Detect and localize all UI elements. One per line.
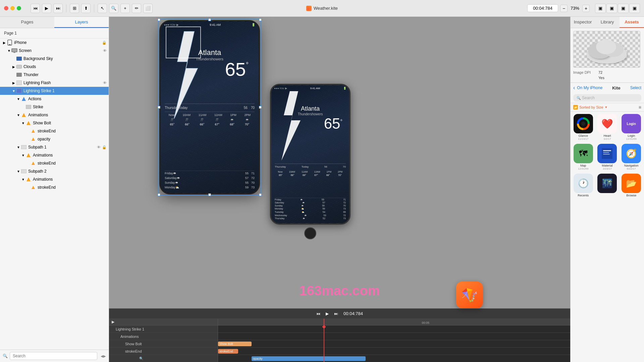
asset-map[interactable]: 🗺 Map 12/31/69 (572, 143, 595, 171)
layer-stroke-end-2[interactable]: strokeEnd (0, 159, 109, 167)
layer-actions[interactable]: ▼ Actions (0, 95, 109, 103)
layer-stroke-end-1[interactable]: strokeEnd (0, 127, 109, 135)
tab-library[interactable]: Library (595, 17, 620, 28)
layer-subpath-2[interactable]: ▼ Subpath 2 (0, 167, 109, 175)
tab-assets[interactable]: Assets (620, 17, 644, 28)
layer-toggle-animations-1[interactable]: ▼ (16, 113, 21, 117)
playhead[interactable] (324, 319, 324, 362)
select-tool[interactable]: ↖ (98, 4, 107, 13)
tab-inspector[interactable]: Inspector (571, 17, 595, 28)
layer-toggle-subpath-2[interactable]: ▼ (16, 169, 21, 174)
eye-icon-screen[interactable]: 👁 (103, 49, 107, 53)
svg-marker-19 (26, 177, 31, 181)
maximize-button[interactable] (17, 6, 21, 10)
canvas-area[interactable]: ●●● Kite ▶ 9:41 AM 🔋 Atlanta Thundershow… (109, 17, 570, 318)
layer-strike[interactable]: Strike (0, 103, 109, 111)
asset-thumb-glance (574, 114, 593, 133)
asset-material[interactable]: Material 2/23/17 (596, 143, 619, 171)
layer-clouds[interactable]: ▶ Clouds (0, 63, 109, 71)
asset-name-login: Login (628, 134, 635, 137)
play-button[interactable]: ▶ (42, 4, 51, 13)
layer-iphone[interactable]: ▶ iPhone 🔒 (0, 39, 109, 47)
rewind-button[interactable]: ⏮ (31, 4, 40, 13)
layer-label-clouds: Clouds (23, 64, 107, 69)
panel-left-button[interactable]: ▣ (595, 4, 606, 13)
layer-icon-iphone (7, 40, 13, 46)
inspector-fields: Image DPI 72 Yes (573, 70, 641, 80)
asset-navigation[interactable]: 🧭 Navigation 6/22/17 (620, 143, 643, 171)
layer-toggle-screen[interactable]: ▼ (7, 48, 11, 53)
asset-browse[interactable]: 📂 Browse (620, 173, 643, 198)
layer-search-input[interactable] (10, 352, 97, 360)
transport-play[interactable]: ▶ (326, 311, 329, 316)
layer-toggle-lightning-flash[interactable]: ▶ (11, 80, 16, 85)
asset-thumb-browse: 📂 (622, 174, 641, 193)
layer-label-animations-2: Animations (33, 153, 107, 158)
list-view-button[interactable]: ≡ (639, 105, 641, 110)
close-button[interactable] (4, 6, 8, 10)
tab-pages[interactable]: Pages (0, 17, 54, 28)
sort-button[interactable]: 📁 Sorted by Size ▼ (573, 105, 607, 110)
zoom-out-button[interactable]: − (560, 5, 568, 12)
panel-center-button[interactable]: ▣ (606, 4, 617, 13)
minimize-button[interactable] (10, 6, 15, 10)
layer-toggle-iphone[interactable]: ▶ (2, 40, 7, 45)
layer-toggle-animations-3[interactable]: ▼ (21, 177, 25, 182)
asset-login[interactable]: Login Login 12/31/69 (620, 113, 643, 141)
layer-background-sky[interactable]: Background Sky (0, 55, 109, 63)
asset-thumb-recents: 🕐 (574, 174, 593, 193)
layer-icon-opacity (30, 136, 36, 142)
layer-screen[interactable]: ▼ Screen 👁 (0, 47, 109, 55)
heart-emoji: ❤️ (601, 118, 613, 129)
track-bar-stroke-end[interactable]: strokeEnd (218, 349, 238, 354)
layer-toggle-clouds[interactable]: ▶ (11, 64, 16, 69)
layer-show-bolt[interactable]: ▼ Show Bolt (0, 119, 109, 127)
layer-icon-clouds (16, 64, 22, 70)
layer-toggle-subpath-1[interactable]: ▼ (16, 145, 21, 149)
track-bar-opacity[interactable]: opacity (252, 356, 366, 361)
asset-recents[interactable]: 🕐 Recents (572, 173, 595, 198)
layer-label-stroke-end-3: strokeEnd (38, 185, 107, 190)
dark-emoji: 🌃 (602, 178, 612, 189)
select-button[interactable]: Select (630, 85, 641, 90)
dpi-value: 72 (598, 70, 602, 74)
svg-point-24 (596, 40, 616, 54)
layer-toggle-show-bolt[interactable]: ▼ (21, 121, 25, 125)
asset-heart[interactable]: ❤️ Heart 3/2/17 (596, 113, 619, 141)
transport-rewind[interactable]: ⏮ (316, 311, 320, 316)
eye-icon-subpath-1[interactable]: 👁 (97, 145, 101, 149)
panel-right-button[interactable]: ▣ (618, 4, 629, 13)
add-tool[interactable]: + (120, 4, 130, 13)
fast-forward-button[interactable]: ⏭ (53, 4, 63, 13)
asset-dark[interactable]: 🌃 (596, 173, 619, 198)
layer-thunder[interactable]: Thunder (0, 71, 109, 79)
kite-app-icon: 🪁 (456, 282, 483, 308)
layer-animations-3[interactable]: ▼ Animations (0, 175, 109, 183)
layer-animations-2[interactable]: ▼ Animations (0, 151, 109, 159)
back-arrow[interactable]: ‹ (573, 85, 575, 91)
layer-stroke-end-3[interactable]: strokeEnd (0, 183, 109, 191)
transport-forward[interactable]: ⏭ (334, 311, 338, 316)
layer-lightning-flash[interactable]: ▶ Lightning Flash 👁 (0, 79, 109, 87)
eye-icon-lightning-flash[interactable]: 👁 (103, 81, 107, 85)
layer-toggle-actions[interactable]: ▼ (16, 97, 21, 101)
tab-layers[interactable]: Layers (54, 17, 109, 28)
layer-animations-1[interactable]: ▼ Animations (0, 111, 109, 119)
track-bar-show-bolt[interactable]: Show Bolt (218, 342, 252, 346)
rect-tool[interactable]: ⬜ (143, 4, 153, 13)
track-row-animations (218, 333, 570, 340)
zoom-in-button[interactable]: + (582, 5, 590, 12)
layer-opacity[interactable]: opacity (0, 135, 109, 143)
layer-lightning-strike-1[interactable]: ▼ Lightning Strike 1 (0, 87, 109, 95)
timeline-tracks[interactable]: 00:05 Show Bolt (218, 319, 570, 362)
share-button[interactable]: ⬆ (81, 4, 91, 13)
layer-subpath-1[interactable]: ▼ Subpath 1 👁 🔒 (0, 143, 109, 151)
zoom-tool[interactable]: 🔍 (109, 4, 118, 13)
layer-toggle-lightning-strike-1[interactable]: ▼ (11, 88, 16, 93)
on-my-iphone-label[interactable]: On My iPhone (577, 85, 602, 90)
pen-tool[interactable]: ✏ (132, 4, 141, 13)
asset-glance[interactable]: Glance 11/14/17 (572, 113, 595, 141)
library-button[interactable]: ⊞ (70, 4, 79, 13)
panel-split-button[interactable]: ▣ (629, 4, 640, 13)
layer-toggle-animations-2[interactable]: ▼ (21, 153, 25, 158)
